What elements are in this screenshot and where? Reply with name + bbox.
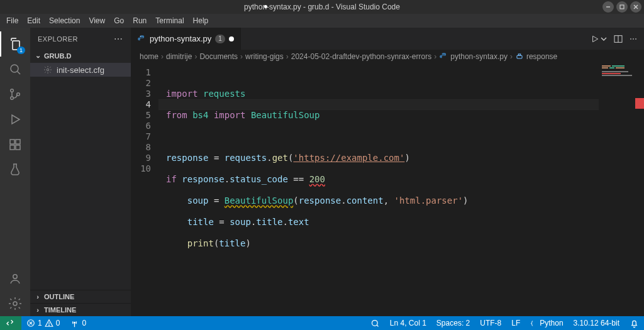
minimize-button[interactable]	[602, 1, 614, 13]
svg-point-4	[11, 65, 18, 72]
tab-bar: python-syntax.py 1 ⋯	[131, 28, 644, 50]
chevron-down-icon	[601, 36, 607, 42]
svg-rect-13	[16, 140, 20, 144]
dirty-indicator-icon	[229, 36, 234, 41]
title-bar: python-syntax.py - grub.d - Visual Studi…	[0, 0, 644, 14]
status-feedback-icon[interactable]	[365, 316, 385, 330]
radio-tower-icon	[70, 319, 79, 328]
status-ports[interactable]: 0	[65, 316, 91, 330]
status-encoding[interactable]: UTF-8	[475, 316, 506, 330]
svg-point-6	[11, 89, 14, 92]
status-line-col[interactable]: Ln 4, Col 1	[385, 316, 431, 330]
svg-rect-21	[517, 55, 522, 58]
svg-rect-22	[518, 54, 521, 55]
menu-run[interactable]: Run	[129, 15, 150, 26]
svg-point-15	[13, 302, 17, 305]
code-editor[interactable]: import requests from bs4 import Beautifu…	[158, 63, 599, 316]
svg-point-17	[140, 36, 141, 36]
menu-bar: File Edit Selection View Go Run Terminal…	[0, 14, 644, 28]
modified-dot-icon	[264, 5, 267, 8]
svg-point-27	[48, 325, 49, 326]
python-file-icon	[439, 52, 448, 61]
activity-run-debug[interactable]	[0, 107, 30, 132]
tab-problems-badge: 1	[215, 35, 225, 43]
svg-point-14	[13, 275, 17, 278]
menu-help[interactable]: Help	[189, 15, 213, 26]
status-interpreter[interactable]: 3.10.12 64-bit	[569, 316, 625, 330]
outline-pane[interactable]: › OUTLINE	[30, 290, 131, 303]
line-number-gutter: 12345 678910	[131, 63, 158, 316]
status-bar: 1 0 0 Ln 4, Col 1 Spaces: 2 UTF-8 LF Pyt…	[0, 316, 644, 330]
variable-icon	[515, 52, 524, 61]
activity-bar: 1	[0, 28, 30, 316]
activity-testing[interactable]	[0, 157, 30, 182]
workspace-header[interactable]: ⌄ GRUB.D	[30, 50, 131, 62]
error-icon	[26, 319, 35, 327]
status-notifications[interactable]	[625, 316, 644, 330]
overview-ruler-error[interactable]	[635, 98, 644, 109]
timeline-pane[interactable]: › TIMELINE	[30, 303, 131, 316]
tab-label: python-syntax.py	[150, 34, 211, 43]
menu-go[interactable]: Go	[110, 15, 128, 26]
svg-line-5	[18, 72, 21, 75]
sidebar-title: EXPLORER	[38, 35, 78, 43]
remote-indicator[interactable]	[0, 316, 21, 330]
menu-file[interactable]: File	[3, 15, 22, 26]
svg-marker-18	[593, 36, 598, 41]
file-item[interactable]: init-select.cfg	[30, 63, 131, 77]
sidebar-more-icon[interactable]: ⋯	[114, 34, 123, 44]
close-button[interactable]	[630, 1, 641, 13]
brace-icon	[530, 320, 537, 327]
run-file-button[interactable]	[591, 35, 607, 43]
menu-edit[interactable]: Edit	[23, 15, 44, 26]
activity-source-control[interactable]	[0, 82, 30, 107]
activity-extensions[interactable]	[0, 132, 30, 157]
activity-account[interactable]	[0, 266, 30, 291]
workspace-name: GRUB.D	[44, 52, 71, 60]
activity-explorer[interactable]: 1	[0, 31, 30, 57]
warning-icon	[45, 319, 53, 327]
svg-point-29	[372, 320, 377, 326]
explorer-badge: 1	[17, 47, 25, 54]
menu-view[interactable]: View	[85, 15, 109, 26]
svg-marker-9	[12, 115, 19, 124]
python-file-icon	[137, 35, 146, 43]
maximize-button[interactable]	[616, 1, 628, 13]
svg-point-16	[47, 69, 49, 71]
chevron-right-icon: ›	[34, 306, 42, 314]
file-name: init-select.cfg	[57, 65, 104, 75]
status-eol[interactable]: LF	[506, 316, 525, 330]
file-tree: init-select.cfg	[30, 62, 131, 290]
svg-rect-12	[16, 145, 20, 150]
breadcrumbs[interactable]: home› dimitrije› Documents› writing-gigs…	[131, 50, 644, 63]
current-line-highlight	[158, 99, 599, 110]
svg-line-30	[377, 325, 379, 327]
explorer-panel: EXPLORER ⋯ ⌄ GRUB.D init-select.cfg › OU…	[30, 28, 131, 316]
svg-rect-10	[10, 140, 14, 144]
chevron-down-icon: ⌄	[34, 52, 42, 60]
window-title: python-syntax.py - grub.d - Visual Studi…	[244, 3, 400, 11]
chevron-right-icon: ›	[34, 293, 42, 300]
editor-group: python-syntax.py 1 ⋯ home› d	[131, 28, 644, 316]
menu-selection[interactable]: Selection	[45, 15, 84, 26]
bell-icon	[630, 319, 639, 328]
tab-python-syntax[interactable]: python-syntax.py 1	[131, 28, 241, 50]
menu-terminal[interactable]: Terminal	[152, 15, 187, 26]
window-controls	[602, 1, 641, 13]
activity-search[interactable]	[0, 57, 30, 82]
more-actions-button[interactable]: ⋯	[630, 35, 638, 43]
svg-point-28	[74, 322, 75, 323]
gear-icon	[43, 65, 53, 75]
status-problems[interactable]: 1 0	[21, 316, 65, 330]
svg-rect-11	[10, 145, 14, 150]
activity-settings[interactable]	[0, 291, 30, 316]
status-indent[interactable]: Spaces: 2	[431, 316, 475, 330]
status-language[interactable]: Python	[525, 316, 568, 330]
svg-rect-1	[620, 5, 624, 9]
svg-point-7	[11, 97, 14, 100]
split-editor-button[interactable]	[613, 34, 623, 44]
